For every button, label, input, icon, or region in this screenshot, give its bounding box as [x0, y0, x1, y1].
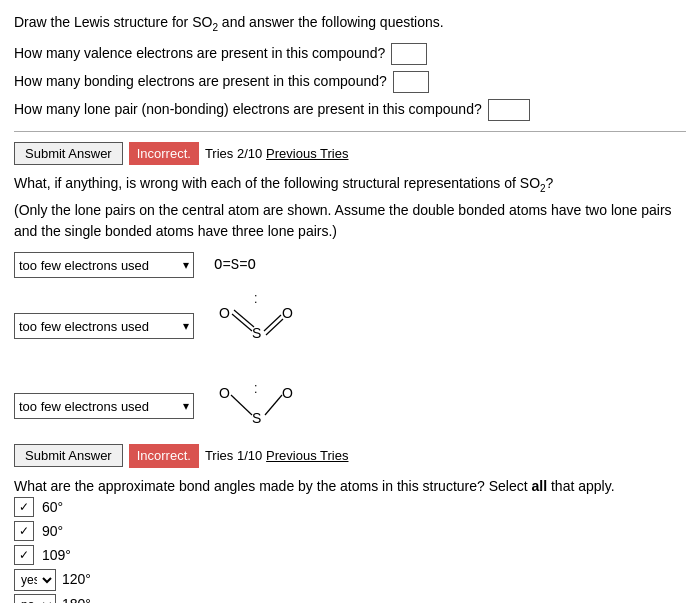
dropdown-wrapper-3: too few electrons used too many electron…	[14, 393, 194, 419]
diagram-1: O=S=O	[214, 255, 256, 276]
dropdown-wrapper-1: too few electrons used too many electron…	[14, 252, 194, 278]
dropdown-2[interactable]: too few electrons used too many electron…	[14, 313, 194, 339]
q3-answer-box[interactable]	[488, 99, 530, 121]
diagram-2-svg: O S O ⁚	[214, 288, 304, 358]
svg-line-11	[231, 395, 252, 415]
svg-text:O: O	[219, 305, 230, 321]
angles-question: What are the approximate bond angles mad…	[14, 476, 686, 497]
dropdown-180[interactable]: yes no	[14, 594, 56, 603]
angle-row-109: ✓ 109°	[14, 545, 686, 566]
svg-text:S: S	[252, 325, 261, 341]
struct-row-3: too few electrons used too many electron…	[14, 368, 686, 444]
submit-row-1: Submit Answer Incorrect. Tries 2/10 Prev…	[14, 142, 686, 166]
svg-text:O: O	[282, 385, 293, 401]
submit-button-1[interactable]: Submit Answer	[14, 142, 123, 165]
structural-question: What, if anything, is wrong with each of…	[14, 173, 686, 196]
diagram-3: O S O ⁚	[214, 368, 304, 444]
angle-row-120: yes no 120°	[14, 569, 686, 591]
angle-label-180: 180°	[62, 594, 91, 603]
q3-text: How many lone pair (non-bonding) electro…	[14, 99, 482, 120]
angle-label-109: 109°	[42, 545, 71, 566]
dropdown-wrapper-120: yes no	[14, 569, 56, 591]
q1-row: How many valence electrons are present i…	[14, 43, 686, 65]
q2-answer-box[interactable]	[393, 71, 429, 93]
structural-section: What, if anything, is wrong with each of…	[14, 173, 686, 242]
svg-text:O: O	[282, 305, 293, 321]
q3-row: How many lone pair (non-bonding) electro…	[14, 99, 686, 121]
dropdown-1[interactable]: too few electrons used too many electron…	[14, 252, 194, 278]
q2-text: How many bonding electrons are present i…	[14, 71, 387, 92]
angle-label-120: 120°	[62, 569, 91, 590]
all-bold: all	[532, 478, 548, 494]
divider-1	[14, 131, 686, 132]
incorrect-badge-1: Incorrect.	[129, 142, 199, 166]
svg-text:S: S	[252, 410, 261, 426]
intro-section: Draw the Lewis structure for SO2 and ans…	[14, 12, 686, 35]
dropdown-wrapper-180: yes no	[14, 594, 56, 603]
struct-row-2: too few electrons used too many electron…	[14, 288, 686, 364]
previous-tries-link-1[interactable]: Previous Tries	[266, 144, 348, 164]
dropdown-wrapper-2: too few electrons used too many electron…	[14, 313, 194, 339]
svg-text:O: O	[219, 385, 230, 401]
diagram-3-svg: O S O ⁚	[214, 368, 304, 438]
angle-row-60: ✓ 60°	[14, 497, 686, 518]
previous-tries-link-2[interactable]: Previous Tries	[266, 446, 348, 466]
tries-text-2: Tries 1/10	[205, 446, 262, 466]
intro-text: Draw the Lewis structure for SO2 and ans…	[14, 12, 686, 35]
svg-text:⁚: ⁚	[254, 293, 258, 305]
q1-answer-box[interactable]	[391, 43, 427, 65]
incorrect-badge-2: Incorrect.	[129, 444, 199, 468]
struct-row-1: too few electrons used too many electron…	[14, 252, 686, 278]
q1-text: How many valence electrons are present i…	[14, 43, 385, 64]
angles-section: What are the approximate bond angles mad…	[14, 476, 686, 603]
submit-button-2[interactable]: Submit Answer	[14, 444, 123, 467]
diagram-2: O S O ⁚	[214, 288, 304, 364]
checkbox-109[interactable]: ✓	[14, 545, 34, 565]
angle-row-180: yes no 180°	[14, 594, 686, 603]
tries-text-1: Tries 2/10	[205, 144, 262, 164]
dropdown-120[interactable]: yes no	[14, 569, 56, 591]
q2-row: How many bonding electrons are present i…	[14, 71, 686, 93]
angle-label-90: 90°	[42, 521, 63, 542]
structural-note: (Only the lone pairs on the central atom…	[14, 200, 686, 242]
svg-line-12	[265, 395, 282, 415]
submit-row-2: Submit Answer Incorrect. Tries 1/10 Prev…	[14, 444, 686, 468]
angle-row-90: ✓ 90°	[14, 521, 686, 542]
checkbox-90[interactable]: ✓	[14, 521, 34, 541]
dropdown-3[interactable]: too few electrons used too many electron…	[14, 393, 194, 419]
angle-label-60: 60°	[42, 497, 63, 518]
svg-text:⁚: ⁚	[254, 383, 258, 395]
checkbox-60[interactable]: ✓	[14, 497, 34, 517]
